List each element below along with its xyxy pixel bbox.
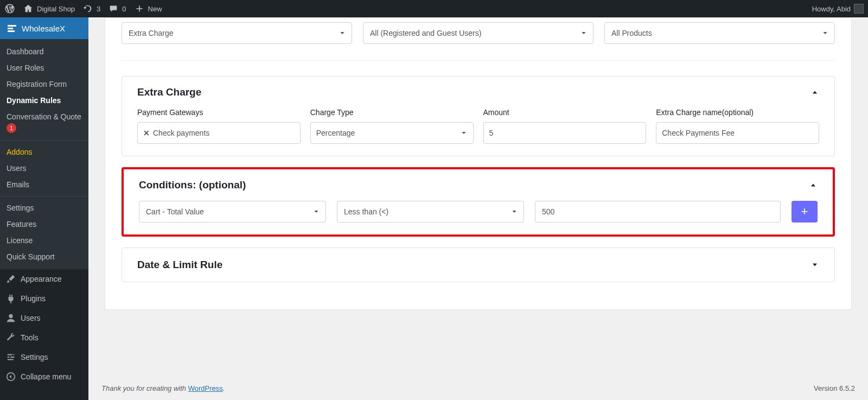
collapse-icon bbox=[5, 371, 16, 382]
user-filter-select[interactable]: All (Registered and Guest Users) bbox=[363, 22, 593, 44]
payment-gateways-field: Payment Gateways ✕ Check payments bbox=[137, 108, 301, 144]
amount-input[interactable] bbox=[489, 129, 641, 137]
sidebar-item-users[interactable]: Users bbox=[0, 160, 88, 176]
sidebar-item-user-roles[interactable]: User Roles bbox=[0, 60, 88, 76]
field-label: Extra Charge name(optional) bbox=[656, 108, 819, 117]
svg-point-3 bbox=[9, 314, 12, 318]
charge-type-field: Charge Type Percentage bbox=[310, 108, 474, 144]
main-content: Extra Charge All (Registered and Guest U… bbox=[88, 17, 868, 400]
updates-icon bbox=[82, 3, 93, 14]
plug-icon bbox=[5, 293, 16, 304]
payment-gateways-input[interactable]: ✕ Check payments bbox=[137, 122, 301, 144]
comments-icon bbox=[108, 3, 119, 14]
charge-name-input-wrap bbox=[656, 122, 819, 144]
brush-icon bbox=[5, 274, 16, 284]
sidebar-item-dynamic-rules[interactable]: Dynamic Rules bbox=[0, 92, 88, 109]
sidebar-item-license[interactable]: License bbox=[0, 232, 88, 249]
card-title: Extra Charge bbox=[137, 86, 201, 98]
condition-operator-select[interactable]: Less than (<) bbox=[337, 201, 524, 223]
date-limit-card: Date & Limit Rule bbox=[122, 247, 835, 282]
wp-logo[interactable] bbox=[4, 3, 15, 14]
chevron-down-icon bbox=[460, 129, 468, 137]
new-link[interactable]: New bbox=[134, 3, 162, 14]
condition-type-select[interactable]: Cart - Total Value bbox=[139, 201, 326, 223]
sidebar-item-conversation-quote[interactable]: Conversation & Quote 1 bbox=[0, 109, 88, 137]
amount-input-wrap bbox=[483, 122, 647, 144]
field-label: Payment Gateways bbox=[137, 108, 301, 117]
field-label: Charge Type bbox=[310, 108, 474, 117]
rule-type-select[interactable]: Extra Charge bbox=[122, 22, 352, 44]
condition-value-input[interactable] bbox=[542, 207, 774, 216]
product-filter-select[interactable]: All Products bbox=[604, 22, 835, 44]
comments-link[interactable]: 0 bbox=[108, 3, 126, 14]
charge-type-select[interactable]: Percentage bbox=[310, 122, 474, 144]
sidebar-item-features[interactable]: Features bbox=[0, 216, 88, 232]
updates-link[interactable]: 3 bbox=[82, 3, 100, 14]
sidebar-item-plugins[interactable]: Plugins bbox=[0, 289, 88, 308]
chevron-up-icon bbox=[810, 88, 819, 97]
card-title: Conditions: (optional) bbox=[139, 179, 246, 191]
wordpress-link[interactable]: WordPress bbox=[188, 384, 223, 392]
chevron-down-icon bbox=[312, 208, 320, 215]
wordpress-icon bbox=[4, 3, 15, 14]
admin-bar: Digital Shop 3 0 New Howdy, Abid bbox=[0, 0, 868, 17]
separator bbox=[0, 140, 88, 141]
top-selects-row: Extra Charge All (Registered and Guest U… bbox=[122, 18, 835, 61]
home-icon bbox=[23, 3, 34, 14]
plugin-name: WholesaleX bbox=[22, 24, 65, 33]
wrench-icon bbox=[5, 332, 16, 343]
sidebar-item-emails[interactable]: Emails bbox=[0, 176, 88, 193]
sliders-icon bbox=[5, 352, 16, 363]
extra-charge-card: Extra Charge Payment Gateways ✕ Check pa… bbox=[122, 76, 835, 156]
svg-rect-1 bbox=[8, 28, 13, 29]
footer-thanks: Thank you for creating with WordPress. bbox=[101, 384, 225, 392]
sidebar-item-appearance[interactable]: Appearance bbox=[0, 269, 88, 289]
sidebar-item-main-users[interactable]: Users bbox=[0, 308, 88, 328]
svg-rect-2 bbox=[8, 30, 15, 32]
site-name: Digital Shop bbox=[37, 5, 75, 13]
conditions-card: Conditions: (optional) Cart - Total Valu… bbox=[122, 167, 835, 237]
rule-editor-wrap: Extra Charge All (Registered and Guest U… bbox=[105, 17, 852, 310]
sidebar-item-dashboard[interactable]: Dashboard bbox=[0, 43, 88, 60]
conditions-body: Cart - Total Value Less than (<) + bbox=[124, 201, 833, 234]
sidebar-item-settings[interactable]: Settings bbox=[0, 200, 88, 216]
admin-footer: Thank you for creating with WordPress. V… bbox=[88, 377, 868, 400]
admin-bar-right: Howdy, Abid bbox=[812, 4, 864, 14]
sidebar-item-registration-form[interactable]: Registration Form bbox=[0, 76, 88, 92]
add-condition-button[interactable]: + bbox=[792, 201, 818, 223]
field-label: Amount bbox=[483, 108, 647, 117]
chevron-up-icon bbox=[809, 181, 818, 189]
site-name-link[interactable]: Digital Shop bbox=[23, 3, 75, 14]
howdy-link[interactable]: Howdy, Abid bbox=[812, 4, 864, 14]
notification-badge: 1 bbox=[7, 123, 16, 133]
new-label: New bbox=[148, 5, 162, 13]
avatar-icon bbox=[854, 4, 864, 14]
charge-name-field: Extra Charge name(optional) bbox=[656, 108, 819, 144]
extra-charge-body: Payment Gateways ✕ Check payments Charge… bbox=[122, 108, 834, 156]
chevron-down-icon bbox=[810, 261, 819, 269]
admin-sidebar: WholesaleX Dashboard User Roles Registra… bbox=[0, 17, 88, 400]
sidebar-item-wholesalex[interactable]: WholesaleX bbox=[0, 17, 88, 39]
condition-row: Cart - Total Value Less than (<) + bbox=[139, 201, 818, 223]
date-limit-header[interactable]: Date & Limit Rule bbox=[122, 248, 834, 282]
chevron-down-icon bbox=[580, 29, 588, 37]
amount-field: Amount bbox=[483, 108, 647, 144]
chip-remove-icon[interactable]: ✕ bbox=[143, 129, 150, 137]
comments-count: 0 bbox=[122, 5, 126, 13]
howdy-text: Howdy, Abid bbox=[812, 5, 851, 13]
sidebar-item-main-settings[interactable]: Settings bbox=[0, 347, 88, 367]
chevron-down-icon bbox=[821, 29, 829, 37]
chip-label: Check payments bbox=[153, 129, 209, 137]
sidebar-item-collapse[interactable]: Collapse menu bbox=[0, 367, 88, 386]
extra-charge-header[interactable]: Extra Charge bbox=[122, 77, 834, 108]
svg-rect-0 bbox=[8, 25, 16, 27]
charge-name-input[interactable] bbox=[662, 129, 813, 137]
conditions-header[interactable]: Conditions: (optional) bbox=[124, 169, 833, 201]
condition-value-wrap bbox=[535, 201, 781, 223]
wholesalex-icon bbox=[7, 23, 17, 34]
sidebar-item-tools[interactable]: Tools bbox=[0, 328, 88, 347]
sidebar-item-quick-support[interactable]: Quick Support bbox=[0, 249, 88, 265]
sidebar-item-addons[interactable]: Addons bbox=[0, 144, 88, 160]
wholesalex-submenu: Dashboard User Roles Registration Form D… bbox=[0, 39, 88, 269]
updates-count: 3 bbox=[97, 5, 100, 13]
